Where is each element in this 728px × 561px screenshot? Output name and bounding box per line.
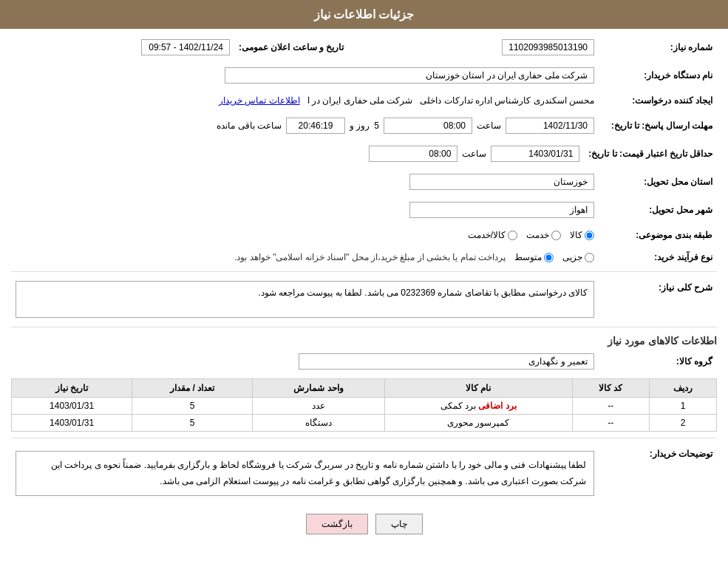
- category-service-label: خدمت: [526, 230, 549, 240]
- col-header-date: تاریخ نیاز: [12, 379, 132, 398]
- divider-2: [11, 327, 717, 327]
- process-label: نوع فرآیند خرید:: [599, 249, 717, 265]
- process-radio-group: جزیی متوسط: [514, 252, 594, 262]
- send-days-value: 5: [374, 120, 379, 131]
- creator-label: ایجاد کننده درخواست:: [599, 92, 717, 109]
- province-label: استان محل تحویل:: [599, 171, 717, 193]
- announce-value: 1402/11/24 - 09:57: [141, 39, 230, 55]
- table-cell-qty: 5: [132, 415, 253, 432]
- process-radio-medium-input[interactable]: [544, 253, 554, 262]
- category-goods-label: کالا: [570, 230, 582, 240]
- table-cell-row: 1: [650, 398, 717, 415]
- province-value: خوزستان: [409, 174, 594, 190]
- table-cell-date: 1403/01/31: [12, 415, 132, 432]
- category-radio-goods: کالا: [570, 230, 594, 240]
- process-small-label: جزیی: [562, 252, 582, 262]
- need-number-value: 1102093985013190: [502, 39, 594, 55]
- info-table-buyer: نام دستگاه خریدار: شرکت ملی حفاری ایران …: [11, 64, 717, 86]
- city-value: اهواز: [409, 202, 594, 218]
- goods-group-value: تعمیر و نگهداری: [299, 353, 594, 370]
- send-date-label: مهلت ارسال پاسخ: تا تاریخ:: [599, 115, 717, 137]
- info-table-summary: شرح کلی نیاز: کالای درخواستی مطابق با تق…: [11, 278, 717, 321]
- table-cell-date: 1403/01/31: [12, 398, 132, 415]
- send-date-value: 1402/11/30: [506, 118, 594, 134]
- send-days-label: روز و: [350, 120, 370, 131]
- col-header-qty: تعداد / مقدار: [132, 379, 253, 398]
- page-header: جزئیات اطلاعات نیاز: [0, 0, 728, 29]
- goods-table: ردیف کد کالا نام کالا واحد شمارش تعداد /…: [11, 378, 717, 432]
- creator-value: محسن اسکندری کارشناس اداره تدارکات داخلی: [420, 95, 594, 106]
- process-row: جزیی متوسط پرداخت تمام یا بخشی از مبلغ خ…: [16, 252, 594, 262]
- category-radio-group: کالا خدمت کالا/خدمت: [16, 230, 594, 240]
- category-radio-both-input[interactable]: [508, 231, 517, 240]
- info-table-creator: ایجاد کننده درخواست: محسن اسکندری کارشنا…: [11, 92, 717, 109]
- send-time-label: ساعت: [477, 120, 501, 131]
- table-cell-code: --: [572, 398, 649, 415]
- table-cell-row: 2: [650, 415, 717, 432]
- category-both-label: کالا/خدمت: [468, 230, 506, 240]
- divider-1: [11, 271, 717, 272]
- need-number-label: شماره نیاز:: [599, 36, 717, 58]
- main-content: شماره نیاز: 1102093985013190 تاریخ و ساع…: [0, 29, 728, 542]
- buyer-org-value: شرکت ملی حفاری ایران در استان خوزستان: [225, 67, 594, 84]
- price-date-value: 1403/01/31: [491, 146, 579, 162]
- price-time-value: 08:00: [369, 146, 457, 162]
- summary-label: شرح کلی نیاز:: [599, 278, 717, 321]
- process-radio-small-input[interactable]: [585, 253, 594, 262]
- category-radio-service: خدمت: [526, 230, 561, 240]
- print-button[interactable]: چاپ: [375, 514, 423, 534]
- table-cell-qty: 5: [132, 398, 253, 415]
- info-table-city: شهر محل تحویل: اهواز: [11, 199, 717, 221]
- col-header-name: نام کالا: [384, 379, 572, 398]
- summary-value: کالای درخواستی مطابق با تقاضای شماره 023…: [16, 281, 594, 318]
- goods-section-title: اطلاعات کالاهای مورد نیاز: [11, 335, 717, 347]
- goods-group-label: گروه کالا:: [599, 350, 717, 373]
- remaining-label: ساعت باقی مانده: [217, 120, 282, 131]
- process-radio-small: جزیی: [562, 252, 594, 262]
- info-table-province: استان محل تحویل: خوزستان: [11, 171, 717, 193]
- price-date-group: 1403/01/31 ساعت 08:00: [16, 146, 579, 162]
- creator-contact-link[interactable]: اطلاعات تماس خریدار: [219, 95, 300, 106]
- creator-org: شرکت ملی حفاری ایران در ا: [307, 95, 413, 106]
- remaining-value: 20:46:19: [286, 118, 345, 134]
- send-date-group: 1402/11/30 ساعت 08:00 5 روز و 20:46:19 س…: [16, 118, 594, 134]
- page-title: جزئیات اطلاعات نیاز: [314, 8, 415, 21]
- table-cell-name: کمپرسور محوری: [384, 415, 572, 432]
- process-note: پرداخت تمام یا بخشی از مبلغ خرید،از محل …: [234, 252, 506, 262]
- buyer-notes-label: توضیحات خریدار:: [599, 444, 717, 503]
- col-header-code: کد کالا: [572, 379, 649, 398]
- info-table-category: طبقه بندی موضوعی: کالا خدمت: [11, 227, 717, 243]
- table-cell-unit: دستگاه: [253, 415, 384, 432]
- send-time-value: 08:00: [384, 118, 472, 134]
- info-table-top: شماره نیاز: 1102093985013190 تاریخ و ساع…: [11, 36, 717, 58]
- info-table-notes: توضیحات خریدار: لطفا پیشنهادات فنی و مال…: [11, 444, 717, 503]
- col-header-row: ردیف: [650, 379, 717, 398]
- price-date-label: حداقل تاریخ اعتبار قیمت: تا تاریخ:: [584, 143, 717, 165]
- process-medium-label: متوسط: [514, 252, 542, 262]
- table-cell-code: --: [572, 415, 649, 432]
- category-radio-goods-input[interactable]: [585, 231, 594, 240]
- info-table-goods-group: گروه کالا: تعمیر و نگهداری: [11, 350, 717, 373]
- info-table-send-date: مهلت ارسال پاسخ: تا تاریخ: 1402/11/30 سا…: [11, 115, 717, 137]
- table-cell-name: برد اضافی برد کمکی: [384, 398, 572, 415]
- back-button[interactable]: بازگشت: [306, 514, 368, 534]
- button-row: چاپ بازگشت: [11, 514, 717, 534]
- table-row: 1--برد اضافی برد کمکیعدد51403/01/31: [12, 398, 717, 415]
- page-wrapper: جزئیات اطلاعات نیاز شماره نیاز: 11020939…: [0, 0, 728, 561]
- price-time-label: ساعت: [462, 149, 486, 159]
- city-label: شهر محل تحویل:: [599, 199, 717, 221]
- process-radio-medium: متوسط: [514, 252, 554, 262]
- category-label: طبقه بندی موضوعی:: [599, 227, 717, 243]
- buyer-notes-value: لطفا پیشنهادات فنی و مالی خود را با داشت…: [16, 451, 594, 496]
- category-radio-service-input[interactable]: [551, 231, 561, 240]
- info-table-price-date: حداقل تاریخ اعتبار قیمت: تا تاریخ: 1403/…: [11, 143, 717, 165]
- table-cell-unit: عدد: [253, 398, 384, 415]
- category-radio-both: کالا/خدمت: [468, 230, 517, 240]
- buyer-org-label: نام دستگاه خریدار:: [599, 64, 717, 86]
- announce-label: تاریخ و ساعت اعلان عمومی:: [234, 36, 353, 58]
- col-header-unit: واحد شمارش: [253, 379, 384, 398]
- table-row: 2--کمپرسور محوریدستگاه51403/01/31: [12, 415, 717, 432]
- divider-3: [11, 438, 717, 438]
- info-table-process: نوع فرآیند خرید: جزیی متوسط: [11, 249, 717, 265]
